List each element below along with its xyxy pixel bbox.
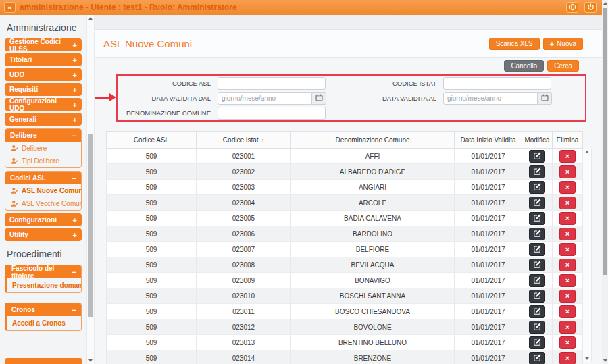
scroll-up-arrow[interactable]: [603, 2, 607, 5]
edit-button[interactable]: [529, 290, 545, 303]
language-globe-button[interactable]: [566, 2, 578, 13]
sidebar-partial-menu-bar[interactable]: [5, 358, 82, 364]
delete-button[interactable]: ×: [559, 290, 576, 303]
sidebar-item-accedi-a-cronos[interactable]: Accedi a Cronos: [7, 316, 81, 330]
codice-istat-input[interactable]: [443, 77, 551, 90]
edit-button[interactable]: [529, 212, 545, 225]
sidebar-group-udo[interactable]: UDO+: [5, 68, 82, 81]
sidebar-item-asl-vecchie-comuni[interactable]: ASL Vecchie Comuni: [5, 197, 81, 210]
edit-button[interactable]: [529, 181, 545, 194]
edit-button[interactable]: [529, 305, 545, 318]
edit-button[interactable]: [529, 352, 545, 364]
sidebar-group-header-delibere[interactable]: Delibere−: [5, 129, 81, 142]
column-header-modifica[interactable]: Modifica: [522, 132, 553, 149]
edit-button[interactable]: [529, 259, 545, 271]
column-header-data-inizio-validita[interactable]: Data Inizio Validita: [455, 132, 522, 149]
sidebar-item-label: Tipi Delibere: [22, 157, 59, 165]
cell-codice-asl: 509: [107, 335, 197, 350]
scrollbar-thumb[interactable]: [603, 8, 607, 275]
delete-button[interactable]: ×: [559, 228, 576, 240]
form-label-codice-istat: CODICE ISTAT: [336, 80, 443, 87]
delete-button[interactable]: ×: [559, 321, 576, 334]
cell-denominazione-comune: BRENZONE: [291, 350, 455, 364]
cell-data-inizio-validita: 01/01/2017: [455, 195, 522, 211]
cell-modifica: [522, 211, 553, 226]
new-button[interactable]: + Nuova: [543, 38, 583, 50]
delete-button[interactable]: ×: [559, 243, 576, 256]
scroll-up-arrow[interactable]: [88, 17, 93, 20]
edit-button[interactable]: [529, 165, 545, 178]
sidebar-group-configurazioni-udo[interactable]: Configurazioni UDO+: [5, 98, 82, 111]
sidebar-group-titolari[interactable]: Titolari+: [5, 53, 82, 66]
codice-asl-input[interactable]: [218, 77, 326, 90]
download-xls-button[interactable]: Scarica XLS: [489, 38, 540, 50]
sidebar-group-header-fascicolo-del-titolare[interactable]: Fascicolo del titolare−: [7, 265, 81, 278]
table-scrollbar[interactable]: [583, 149, 592, 362]
delete-button[interactable]: ×: [559, 305, 576, 318]
group-label: Generali: [9, 115, 36, 123]
sidebar-collapse-button[interactable]: «: [4, 2, 16, 13]
edit-button[interactable]: [529, 243, 545, 256]
cell-elimina: ×: [553, 226, 583, 242]
cell-elimina: ×: [553, 195, 583, 211]
column-header-denominazione-comune[interactable]: Denominazione Comune: [291, 132, 455, 149]
column-label: Codice Istat: [223, 136, 259, 144]
edit-button[interactable]: [529, 274, 545, 287]
edit-button[interactable]: [529, 228, 545, 240]
data-validita-al-input[interactable]: [443, 92, 538, 105]
clear-button[interactable]: Cancella: [504, 60, 544, 72]
delete-button[interactable]: ×: [559, 336, 576, 349]
scrollbar-thumb[interactable]: [88, 134, 93, 317]
cell-codice-asl: 509: [107, 164, 197, 180]
edit-button[interactable]: [529, 150, 545, 163]
table-row: 509023007BELFIORE01/01/2017×: [107, 242, 583, 257]
calendar-icon-button[interactable]: [312, 92, 326, 105]
logout-power-button[interactable]: [584, 2, 597, 13]
edit-button[interactable]: [529, 321, 545, 334]
delete-button[interactable]: ×: [559, 274, 576, 287]
user-icon: [11, 145, 18, 152]
column-header-codice-asl[interactable]: Codice ASL: [107, 132, 197, 149]
scroll-down-arrow[interactable]: [88, 359, 93, 362]
edit-pencil-icon: [534, 213, 541, 224]
sidebar-group-header-codici-asl[interactable]: Codici ASL−: [5, 172, 81, 184]
header-actions: [566, 2, 597, 13]
delete-button[interactable]: ×: [559, 150, 576, 163]
search-button[interactable]: Cerca: [547, 60, 579, 72]
column-header-codice-istat[interactable]: Codice Istat↑: [197, 132, 291, 149]
cell-data-inizio-validita: 01/01/2017: [455, 304, 522, 319]
window-vertical-scrollbar[interactable]: [602, 0, 608, 364]
delete-button[interactable]: ×: [559, 259, 576, 271]
delete-button[interactable]: ×: [559, 165, 576, 178]
sidebar-group-configurazioni[interactable]: Configurazioni+: [5, 213, 82, 226]
edit-button[interactable]: [529, 197, 545, 209]
sidebar-group-utility[interactable]: Utility+: [5, 228, 82, 241]
sidebar-item-asl-nuove-comuni[interactable]: ASL Nuove Comuni: [5, 184, 81, 197]
delete-button[interactable]: ×: [559, 352, 576, 364]
group-label: Configurazioni UDO: [9, 97, 73, 112]
edit-button[interactable]: [529, 336, 545, 349]
scroll-up-arrow[interactable]: [585, 151, 589, 153]
sidebar-group-generali[interactable]: Generali+: [5, 113, 82, 126]
edit-pencil-icon: [534, 353, 541, 363]
delete-button[interactable]: ×: [559, 181, 576, 194]
table-body: 509023001AFFI01/01/2017×509023002ALBARED…: [107, 149, 583, 364]
sidebar-item-delibere[interactable]: Delibere: [5, 142, 81, 155]
scroll-down-arrow[interactable]: [585, 357, 589, 360]
calendar-icon-button[interactable]: [538, 92, 552, 105]
denominazione-comune-input[interactable]: [218, 107, 326, 120]
sidebar-group-header-cronos[interactable]: Cronos−: [7, 303, 81, 316]
cell-data-inizio-validita: 01/01/2017: [455, 180, 522, 195]
data-validita-dal-input[interactable]: [218, 92, 312, 105]
sidebar-item-presentazione-domande[interactable]: Presentazione domande: [7, 278, 81, 292]
sidebar-item-tipi-delibere[interactable]: Tipi Delibere: [5, 155, 81, 167]
delete-button[interactable]: ×: [559, 197, 576, 209]
sidebar-group-gestione-codici-ulss[interactable]: Gestione Codici ULSS+: [5, 38, 82, 51]
scroll-down-arrow[interactable]: [603, 359, 607, 362]
sidebar-group-requisiti[interactable]: Requisiti+: [5, 83, 82, 96]
cell-modifica: [522, 226, 553, 242]
delete-button[interactable]: ×: [559, 212, 576, 225]
cell-codice-istat: 023003: [197, 180, 291, 195]
column-header-elimina[interactable]: Elimina: [553, 132, 583, 149]
sidebar-scrollbar[interactable]: [86, 15, 95, 364]
